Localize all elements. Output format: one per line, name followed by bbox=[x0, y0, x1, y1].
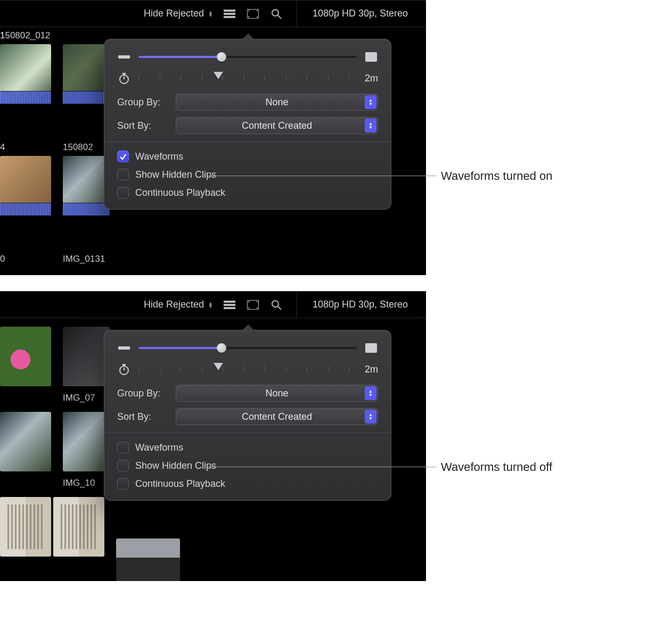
waveform bbox=[63, 203, 110, 215]
toolbar-divider bbox=[296, 292, 297, 318]
waveform bbox=[0, 91, 51, 104]
clip-label: IMG_0131 bbox=[63, 254, 105, 264]
svg-rect-1 bbox=[224, 13, 235, 15]
continuous-playback-checkbox[interactable] bbox=[117, 478, 129, 490]
show-hidden-clips-label: Show Hidden Clips bbox=[135, 169, 216, 180]
stopwatch-icon bbox=[117, 363, 131, 375]
clip-height-slider[interactable] bbox=[138, 51, 357, 63]
show-hidden-clips-label: Show Hidden Clips bbox=[135, 460, 216, 471]
list-view-icon[interactable] bbox=[223, 7, 236, 21]
format-status: 1080p HD 30p, Stereo bbox=[309, 8, 416, 19]
clip-height-small-icon bbox=[117, 345, 131, 351]
clip-thumbnail[interactable] bbox=[0, 497, 51, 557]
group-by-value: None bbox=[265, 388, 288, 399]
duration-value: 2m bbox=[357, 364, 378, 375]
slider-thumb[interactable] bbox=[214, 72, 223, 79]
group-by-label: Group By: bbox=[117, 388, 168, 399]
duration-value: 2m bbox=[357, 73, 378, 84]
svg-rect-20 bbox=[248, 308, 249, 309]
group-by-select[interactable]: None ▲▼ bbox=[176, 94, 378, 111]
clip-label: 150802_012 bbox=[0, 30, 51, 41]
clip-thumbnail[interactable] bbox=[0, 412, 51, 471]
stopwatch-icon bbox=[117, 72, 131, 84]
svg-rect-4 bbox=[248, 10, 249, 11]
show-hidden-clips-checkbox[interactable] bbox=[117, 460, 129, 471]
svg-point-8 bbox=[272, 10, 278, 16]
sort-by-select[interactable]: Content Created ▲▼ bbox=[176, 408, 378, 425]
svg-rect-29 bbox=[122, 364, 126, 366]
continuous-playback-checkbox[interactable] bbox=[117, 187, 129, 198]
select-arrows-icon: ▲▼ bbox=[365, 410, 376, 424]
svg-line-24 bbox=[278, 306, 281, 310]
sort-by-value: Content Created bbox=[242, 120, 312, 131]
waveforms-checkbox[interactable] bbox=[117, 442, 129, 453]
waveform bbox=[63, 91, 110, 104]
slider-thumb[interactable] bbox=[217, 52, 226, 62]
clip-thumbnail[interactable] bbox=[116, 538, 180, 581]
callout-leader-line bbox=[208, 176, 437, 176]
sort-by-value: Content Created bbox=[242, 411, 312, 422]
clip-thumbnail[interactable] bbox=[0, 327, 51, 386]
screenshot-top: Hide Rejected ▲▼ 1080p HD 30p, Stereo 1 … bbox=[0, 0, 426, 275]
clip-label: 150802 bbox=[63, 142, 93, 153]
svg-rect-10 bbox=[118, 55, 130, 59]
svg-rect-21 bbox=[257, 301, 258, 302]
sort-by-label: Sort By: bbox=[117, 411, 168, 422]
select-arrows-icon: ▲▼ bbox=[365, 386, 376, 400]
clip-thumbnail[interactable] bbox=[53, 497, 104, 557]
waveforms-checkbox[interactable] bbox=[117, 151, 129, 162]
list-view-icon[interactable] bbox=[223, 298, 236, 312]
duration-slider[interactable] bbox=[138, 72, 349, 84]
svg-rect-25 bbox=[118, 346, 130, 350]
toolbar-divider bbox=[296, 1, 297, 27]
popover-arrow bbox=[243, 34, 253, 39]
callout-text: Waveforms turned off bbox=[441, 460, 552, 474]
clip-appearance-popover: 2m Group By: None ▲▼ Sort By: Content Cr… bbox=[104, 330, 391, 501]
svg-point-23 bbox=[272, 301, 278, 307]
svg-rect-14 bbox=[122, 73, 126, 74]
svg-rect-0 bbox=[224, 10, 235, 12]
svg-rect-16 bbox=[224, 304, 235, 306]
filter-dropdown[interactable]: Hide Rejected ▲▼ bbox=[144, 8, 213, 19]
show-hidden-clips-checkbox[interactable] bbox=[117, 169, 129, 180]
clip-label: 0 bbox=[0, 254, 5, 264]
clip-thumbnail[interactable] bbox=[0, 44, 51, 104]
duration-slider[interactable] bbox=[138, 363, 349, 375]
clip-height-large-icon bbox=[364, 343, 378, 353]
clip-thumbnail[interactable] bbox=[63, 44, 110, 104]
svg-rect-15 bbox=[224, 301, 235, 303]
group-by-label: Group By: bbox=[117, 97, 168, 108]
clip-thumbnail[interactable] bbox=[63, 412, 110, 471]
clip-label: 4 bbox=[0, 142, 5, 153]
svg-rect-22 bbox=[257, 308, 258, 309]
group-by-select[interactable]: None ▲▼ bbox=[176, 385, 378, 402]
select-arrows-icon: ▲▼ bbox=[365, 95, 376, 109]
svg-rect-5 bbox=[248, 16, 249, 18]
chevrons-updown-icon: ▲▼ bbox=[208, 302, 213, 308]
slider-thumb[interactable] bbox=[217, 343, 226, 353]
select-arrows-icon: ▲▼ bbox=[365, 119, 376, 132]
callout-text: Waveforms turned on bbox=[441, 169, 553, 183]
filmstrip-view-icon[interactable] bbox=[246, 298, 260, 312]
continuous-playback-label: Continuous Playback bbox=[135, 478, 225, 490]
clip-thumbnail[interactable] bbox=[63, 327, 110, 386]
filmstrip-view-icon[interactable] bbox=[246, 7, 260, 21]
clip-thumbnail[interactable] bbox=[63, 156, 110, 215]
clip-thumbnail[interactable] bbox=[0, 156, 51, 215]
svg-line-9 bbox=[278, 15, 281, 19]
continuous-playback-label: Continuous Playback bbox=[135, 187, 225, 198]
clip-label: IMG_07 bbox=[63, 393, 95, 403]
clip-height-slider[interactable] bbox=[138, 342, 357, 354]
waveforms-label: Waveforms bbox=[135, 151, 183, 162]
svg-rect-19 bbox=[248, 301, 249, 302]
svg-rect-26 bbox=[365, 343, 377, 353]
sort-by-select[interactable]: Content Created ▲▼ bbox=[176, 117, 378, 134]
clip-label: IMG_10 bbox=[63, 478, 95, 488]
clip-height-small-icon bbox=[117, 54, 131, 60]
slider-thumb[interactable] bbox=[214, 363, 223, 370]
search-icon[interactable] bbox=[269, 7, 283, 21]
filter-dropdown[interactable]: Hide Rejected ▲▼ bbox=[144, 299, 213, 310]
search-icon[interactable] bbox=[269, 298, 283, 312]
sort-by-label: Sort By: bbox=[117, 120, 168, 131]
group-by-value: None bbox=[265, 97, 288, 108]
